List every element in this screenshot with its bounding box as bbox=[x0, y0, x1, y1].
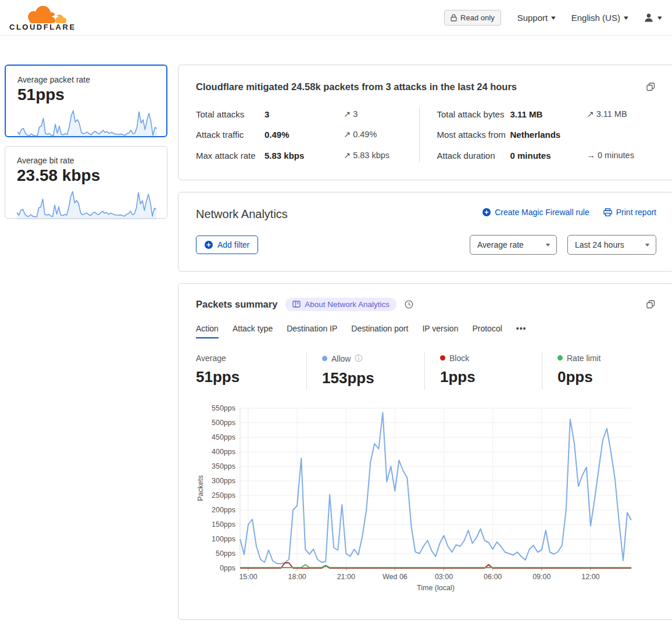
network-analytics-title: Network Analytics bbox=[196, 208, 288, 221]
network-analytics-card: Network Analytics Create Magic Firewall … bbox=[178, 192, 672, 272]
summary-row-value: 0.49% bbox=[264, 128, 344, 141]
packets-stats-row: Average51ppsAllowⓘ153ppsBlock1ppsRate li… bbox=[196, 352, 656, 390]
summary-row-delta: ↗ 5.83 kbps bbox=[344, 149, 416, 162]
summary-row-label: Total attack bytes bbox=[437, 108, 510, 121]
stat-label: Allowⓘ bbox=[322, 354, 424, 364]
clock-icon[interactable] bbox=[405, 300, 413, 309]
metric-card-packet-rate[interactable]: Average packet rate 51pps bbox=[5, 65, 167, 137]
metric-select[interactable]: Average rate ▾ bbox=[470, 235, 557, 255]
add-filter-label: Add filter bbox=[217, 240, 249, 249]
svg-text:Wed 06: Wed 06 bbox=[383, 573, 408, 581]
read-only-badge: Read only bbox=[444, 10, 501, 26]
stat-label: Average bbox=[196, 354, 306, 363]
tab-action[interactable]: Action bbox=[196, 324, 219, 338]
packet-rate-sparkline bbox=[17, 106, 157, 140]
svg-text:250pps: 250pps bbox=[212, 491, 235, 499]
svg-text:100pps: 100pps bbox=[212, 535, 235, 543]
time-range-select[interactable]: Last 24 hours ▾ bbox=[567, 235, 656, 255]
user-menu[interactable]: ▾ bbox=[644, 13, 662, 23]
chevron-down-icon: ▾ bbox=[546, 241, 551, 248]
stat-label: Rate limit bbox=[557, 354, 656, 363]
cloudflare-logo[interactable]: CLOUDFLARE bbox=[9, 5, 76, 31]
summary-row-label: Attack traffic bbox=[196, 128, 264, 141]
chevron-down-icon: ▾ bbox=[645, 241, 650, 248]
tabs-overflow-menu[interactable]: ••• bbox=[516, 324, 527, 338]
language-menu[interactable]: English (US) ▾ bbox=[571, 13, 628, 23]
summary-row-label: Most attacks from bbox=[437, 128, 510, 141]
info-icon[interactable]: ⓘ bbox=[355, 354, 362, 364]
stat-label-text: Average bbox=[196, 354, 226, 363]
tab-attack-type[interactable]: Attack type bbox=[233, 324, 273, 338]
svg-text:03:00: 03:00 bbox=[435, 573, 453, 581]
summary-row-delta: → 0 minutes bbox=[587, 149, 657, 162]
metric-select-value: Average rate bbox=[477, 240, 524, 249]
svg-text:09:00: 09:00 bbox=[532, 573, 551, 581]
copy-icon bbox=[646, 83, 655, 91]
chevron-down-icon: ▾ bbox=[624, 14, 628, 22]
summary-row-delta: ↗ 3 bbox=[344, 108, 416, 121]
copy-summary-button[interactable] bbox=[645, 81, 656, 92]
summary-left-block: Total attacks3↗ 3Attack traffic0.49%↗ 0.… bbox=[196, 108, 416, 162]
svg-text:21:00: 21:00 bbox=[337, 573, 355, 581]
print-report-link[interactable]: Print report bbox=[603, 208, 656, 217]
summary-row-value: 3.11 MB bbox=[510, 108, 587, 121]
svg-text:300pps: 300pps bbox=[212, 477, 235, 485]
svg-text:450pps: 450pps bbox=[212, 433, 235, 441]
packets-chart: 0pps50pps100pps150pps200pps250pps300pps3… bbox=[196, 405, 656, 596]
summary-row-delta: ↗ 0.49% bbox=[344, 128, 416, 141]
lock-icon bbox=[451, 14, 457, 22]
summary-title: Cloudflare mitigated 24.58k packets from… bbox=[196, 81, 517, 92]
legend-dot-icon bbox=[557, 355, 563, 361]
summary-grid: Total attacks3↗ 3Attack traffic0.49%↗ 0.… bbox=[196, 108, 656, 162]
svg-text:350pps: 350pps bbox=[212, 462, 235, 470]
book-icon bbox=[292, 301, 301, 308]
chevron-down-icon: ▾ bbox=[551, 14, 556, 22]
summary-row-value: 3 bbox=[264, 108, 344, 121]
legend-dot-icon bbox=[440, 355, 445, 361]
top-header: CLOUDFLARE Read only Support ▾ English (… bbox=[0, 0, 672, 35]
svg-text:0pps: 0pps bbox=[220, 564, 235, 572]
time-range-value: Last 24 hours bbox=[575, 240, 624, 249]
summary-row-value: 5.83 kbps bbox=[264, 149, 344, 162]
metric-label: Average packet rate bbox=[17, 75, 155, 84]
stat-label: Block bbox=[440, 354, 542, 363]
main-column: Cloudflare mitigated 24.58k packets from… bbox=[178, 65, 672, 620]
tab-destination-ip[interactable]: Destination IP bbox=[287, 324, 337, 338]
tab-protocol[interactable]: Protocol bbox=[472, 324, 502, 338]
stat-label-text: Rate limit bbox=[567, 354, 600, 363]
stat-label-text: Block bbox=[449, 354, 469, 363]
stat-rate-limit: Rate limit0pps bbox=[542, 352, 656, 390]
legend-dot-icon bbox=[322, 356, 327, 361]
support-menu[interactable]: Support ▾ bbox=[517, 13, 555, 23]
summary-row-value: 0 minutes bbox=[510, 149, 587, 162]
svg-text:550pps: 550pps bbox=[212, 405, 235, 412]
stat-value: 51pps bbox=[196, 368, 306, 386]
packets-tabs: ActionAttack typeDestination IPDestinati… bbox=[196, 324, 656, 338]
svg-text:50pps: 50pps bbox=[216, 550, 235, 558]
svg-text:15:00: 15:00 bbox=[239, 573, 257, 581]
summary-row-label: Total attacks bbox=[196, 108, 264, 121]
person-icon bbox=[644, 13, 654, 23]
plus-circle-icon bbox=[205, 241, 213, 249]
svg-text:06:00: 06:00 bbox=[484, 573, 502, 581]
svg-text:Packets: Packets bbox=[196, 475, 205, 501]
stat-average: Average51pps bbox=[196, 352, 306, 390]
summary-row-label: Attack duration bbox=[437, 149, 510, 162]
badge-label: About Network Analytics bbox=[305, 300, 389, 309]
language-label: English (US) bbox=[571, 13, 620, 23]
summary-divider bbox=[419, 108, 420, 162]
metric-value: 51pps bbox=[17, 85, 155, 104]
tab-destination-port[interactable]: Destination port bbox=[351, 324, 408, 338]
svg-text:Time (local): Time (local) bbox=[417, 584, 455, 592]
about-network-analytics-badge[interactable]: About Network Analytics bbox=[285, 298, 396, 311]
read-only-label: Read only bbox=[460, 13, 495, 22]
packets-summary-card: Packets summary About Network Analytics bbox=[178, 283, 672, 620]
create-magic-firewall-rule-link[interactable]: Create Magic Firewall rule bbox=[482, 208, 589, 217]
tab-ip-version[interactable]: IP version bbox=[422, 324, 458, 338]
copy-icon bbox=[646, 300, 655, 309]
printer-icon bbox=[603, 208, 612, 216]
metric-card-bit-rate[interactable]: Average bit rate 23.58 kbps bbox=[5, 146, 167, 219]
copy-packets-button[interactable] bbox=[645, 299, 656, 310]
packets-line-chart[interactable]: 0pps50pps100pps150pps200pps250pps300pps3… bbox=[196, 405, 638, 594]
add-filter-button[interactable]: Add filter bbox=[196, 236, 258, 254]
